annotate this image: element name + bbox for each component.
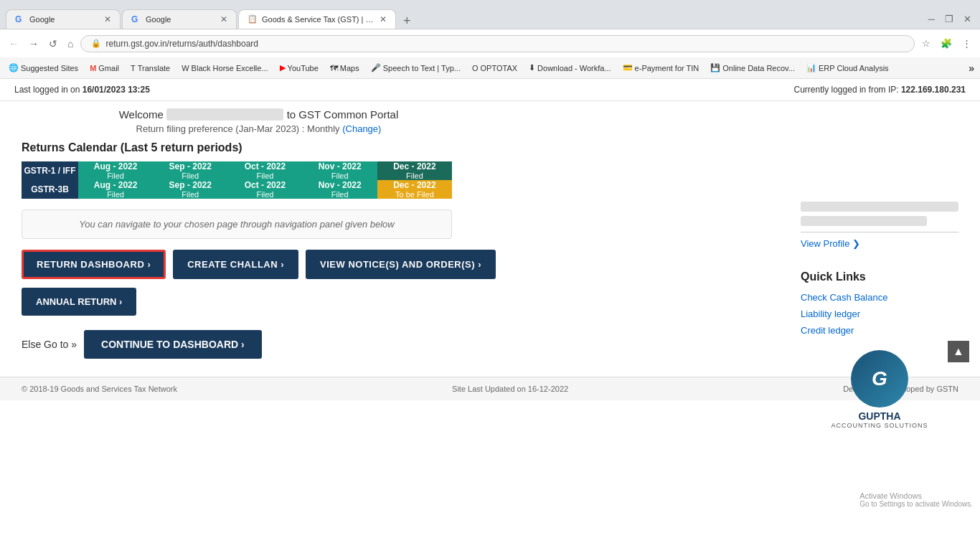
- logo-letter: G: [872, 367, 887, 390]
- return-dashboard-button[interactable]: RETURN DASHBOARD ›: [22, 250, 166, 279]
- bookmark-maps-label: Maps: [340, 64, 359, 72]
- gstr3b-dec[interactable]: Dec - 2022 To be Filed: [377, 180, 452, 199]
- bookmark-label: Suggested Sites: [21, 64, 78, 72]
- new-tab-button[interactable]: +: [397, 14, 417, 29]
- tab-label-2: Google: [146, 15, 216, 24]
- activate-windows-watermark: Activate Windows Go to Settings to activ…: [859, 491, 973, 508]
- reload-button[interactable]: ↺: [46, 37, 60, 51]
- top-info-bar: Last logged in on 16/01/2023 13:25 Curre…: [0, 79, 980, 101]
- bookmark-epayment[interactable]: 💳 e-Payment for TIN: [620, 62, 702, 74]
- bookmark-translate[interactable]: T Translate: [128, 62, 173, 74]
- tab-close-2[interactable]: ✕: [220, 14, 227, 24]
- gstr1-nov[interactable]: Nov - 2022 Filed: [303, 161, 377, 180]
- tab-gst[interactable]: 📋 Goods & Service Tax (GST) | Use... ✕: [238, 9, 396, 29]
- welcome-section: Welcome to GST Common Portal Return fili…: [22, 108, 496, 134]
- bookmark-star-button[interactable]: ☆: [919, 37, 933, 50]
- bookmark-erp-label: ERP Cloud Analysis: [819, 64, 889, 72]
- calendar-title: Returns Calendar (Last 5 return periods): [22, 141, 496, 154]
- bookmark-suggested-sites[interactable]: 🌐 Suggested Sites: [6, 62, 81, 74]
- last-logged-time: 16/01/2023 13:25: [83, 85, 150, 95]
- google-favicon-1: G: [15, 14, 25, 24]
- user-name-blurred: [166, 108, 283, 121]
- gstr1-header: GSTR-1 / IFF: [22, 161, 78, 180]
- bookmark-gmail[interactable]: M Gmail: [87, 62, 122, 74]
- bookmark-download[interactable]: ⬇ Download - Workfa...: [526, 62, 614, 74]
- bookmark-download-label: Download - Workfa...: [537, 64, 611, 72]
- gstr3b-sep[interactable]: Sep - 2022 Filed: [153, 180, 227, 199]
- gstr1-sep[interactable]: Sep - 2022 Filed: [153, 161, 227, 180]
- last-updated-text: Site Last Updated on 16-12-2022: [452, 385, 568, 393]
- blackhorse-icon: W: [182, 64, 189, 72]
- gstr1-oct[interactable]: Oct - 2022 Filed: [227, 161, 302, 180]
- scroll-up-button[interactable]: ▲: [948, 341, 969, 362]
- quick-links-title: Quick Links: [801, 270, 958, 283]
- url-text: return.gst.gov.in/returns/auth/dashboard: [105, 39, 904, 49]
- tab-close-1[interactable]: ✕: [104, 14, 111, 24]
- gstr1-aug[interactable]: Aug - 2022 Filed: [78, 161, 153, 180]
- user-info-blurred-2: [801, 216, 927, 226]
- bookmark-epayment-label: e-Payment for TIN: [635, 64, 699, 72]
- erp-icon: 📊: [806, 63, 816, 72]
- bookmark-data-recovery[interactable]: 💾 Online Data Recov...: [707, 62, 798, 74]
- page-content: Last logged in on 16/01/2023 13:25 Curre…: [0, 79, 980, 551]
- view-notice-button[interactable]: VIEW NOTICE(S) AND ORDER(S) ›: [306, 250, 496, 279]
- gstr1-dec[interactable]: Dec - 2022 Filed: [377, 161, 452, 180]
- tab-google-1[interactable]: G Google ✕: [6, 9, 121, 29]
- gstr3b-aug[interactable]: Aug - 2022 Filed: [78, 180, 153, 199]
- close-window-button[interactable]: ✕: [961, 12, 974, 26]
- credit-ledger-link[interactable]: Credit ledger: [801, 325, 958, 336]
- gstr3b-nov[interactable]: Nov - 2022 Filed: [303, 180, 377, 199]
- current-ip-info: Currently logged in from IP: 122.169.180…: [794, 85, 966, 95]
- bookmark-speech-label: Speech to Text | Typ...: [383, 64, 461, 72]
- change-preference-link[interactable]: (Change): [342, 123, 381, 134]
- browser-action-buttons: ☆ 🧩 ⋮: [919, 37, 974, 50]
- tab-close-3[interactable]: ✕: [380, 14, 387, 24]
- bookmark-optotax[interactable]: O OPTOTAX: [469, 62, 520, 74]
- check-cash-balance-link[interactable]: Check Cash Balance: [801, 292, 958, 303]
- create-challan-button[interactable]: CREATE CHALLAN ›: [173, 250, 298, 279]
- restore-button[interactable]: ❐: [942, 12, 956, 26]
- bookmark-speech[interactable]: 🎤 Speech to Text | Typ...: [368, 62, 463, 74]
- navigation-hint: You can navigate to your chosen page thr…: [22, 209, 452, 239]
- continue-to-dashboard-button[interactable]: CONTINUE TO DASHBOARD ›: [84, 330, 262, 359]
- returns-calendar: Returns Calendar (Last 5 return periods)…: [22, 141, 496, 199]
- speech-icon: 🎤: [371, 63, 381, 72]
- calendar-table: GSTR-1 / IFF Aug - 2022 Filed Sep - 2022…: [22, 161, 452, 199]
- bookmark-blackhorse[interactable]: W Black Horse Excelle...: [179, 62, 270, 74]
- tab-label-3: Goods & Service Tax (GST) | Use...: [262, 15, 375, 24]
- profile-separator: [801, 232, 958, 232]
- bookmark-youtube[interactable]: ▶ YouTube: [277, 62, 321, 74]
- settings-button[interactable]: ⋮: [959, 37, 974, 50]
- quick-links-section: Quick Links Check Cash Balance Liability…: [801, 270, 958, 336]
- else-go-label: Else Go to »: [22, 339, 77, 350]
- bookmark-youtube-label: YouTube: [288, 64, 319, 72]
- minimize-button[interactable]: ─: [925, 12, 938, 26]
- back-button[interactable]: ←: [6, 37, 22, 51]
- gstr3b-oct[interactable]: Oct - 2022 Filed: [227, 180, 302, 199]
- bookmark-gmail-label: Gmail: [98, 64, 119, 72]
- liability-ledger-link[interactable]: Liability ledger: [801, 309, 958, 319]
- bookmarks-bar: 🌐 Suggested Sites M Gmail T Translate W …: [0, 57, 980, 79]
- annual-return-button[interactable]: ANNUAL RETURN ›: [22, 288, 136, 316]
- lock-icon: 🔒: [91, 39, 101, 48]
- translate-icon: T: [131, 64, 136, 72]
- extensions-button[interactable]: 🧩: [938, 37, 955, 50]
- welcome-text: Welcome to GST Common Portal: [22, 108, 496, 121]
- url-bar[interactable]: 🔒 return.gst.gov.in/returns/auth/dashboa…: [80, 35, 915, 52]
- bookmark-maps[interactable]: 🗺 Maps: [327, 62, 362, 74]
- browser-chrome: G Google ✕ G Google ✕ 📋 Goods & Service …: [0, 0, 980, 79]
- gmail-icon: M: [90, 64, 96, 72]
- copyright-text: © 2018-19 Goods and Services Tax Network: [22, 385, 177, 393]
- forward-button[interactable]: →: [26, 37, 42, 51]
- side-panel: View Profile ❯ Quick Links Check Cash Ba…: [801, 202, 958, 429]
- logo-subtitle: ACCOUNTING SOLUTIONS: [801, 422, 958, 429]
- logo-circle: G: [851, 350, 908, 408]
- tab-google-2[interactable]: G Google ✕: [122, 9, 237, 29]
- home-button[interactable]: ⌂: [65, 37, 76, 51]
- calendar-row-gstr3b: GSTR-3B Aug - 2022 Filed Sep - 2022 File…: [22, 180, 452, 199]
- last-logged-info: Last logged in on 16/01/2023 13:25: [14, 85, 150, 95]
- view-profile-link[interactable]: View Profile ❯: [801, 238, 958, 249]
- tab-label-1: Google: [29, 15, 100, 24]
- bookmark-erp[interactable]: 📊 ERP Cloud Analysis: [804, 62, 892, 74]
- bookmarks-more-button[interactable]: »: [969, 62, 974, 74]
